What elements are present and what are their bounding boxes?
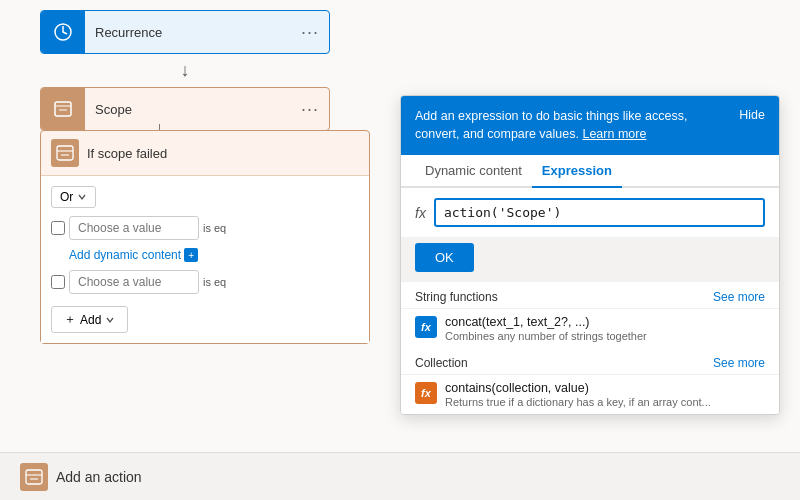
- scope-title: Scope: [85, 102, 291, 117]
- condition-checkbox-1[interactable]: [51, 221, 65, 235]
- arrow-down-1: ↓: [40, 60, 330, 81]
- expression-input-area: fx: [401, 188, 779, 237]
- add-condition-button[interactable]: ＋ Add: [51, 306, 128, 333]
- panel-header: Add an expression to do basic things lik…: [401, 96, 779, 155]
- canvas-area: Recurrence ··· ↓ Scope ··· ↓: [0, 0, 800, 500]
- scope-block[interactable]: Scope ···: [40, 87, 330, 131]
- scope-more[interactable]: ···: [291, 99, 329, 120]
- concat-function-desc: Combines any number of strings together: [445, 330, 647, 342]
- tab-expression[interactable]: Expression: [532, 155, 622, 188]
- panel-tabs: Dynamic content Expression: [401, 155, 779, 188]
- condition-value-input-2[interactable]: [69, 270, 199, 294]
- concat-function-item[interactable]: fx concat(text_1, text_2?, ...) Combines…: [401, 308, 779, 348]
- concat-function-name: concat(text_1, text_2?, ...): [445, 315, 647, 329]
- expression-panel: Add an expression to do basic things lik…: [400, 95, 780, 415]
- condition-block: If scope failed Or is eq Add dynamic con…: [40, 130, 370, 344]
- condition-title: If scope failed: [87, 146, 167, 161]
- tab-dynamic-content[interactable]: Dynamic content: [415, 155, 532, 188]
- condition-checkbox-2[interactable]: [51, 275, 65, 289]
- contains-function-info: contains(collection, value) Returns true…: [445, 381, 711, 408]
- add-action-button[interactable]: Add an action: [20, 463, 142, 491]
- bottom-bar: Add an action: [0, 452, 800, 500]
- condition-row-1: is eq: [51, 216, 359, 240]
- is-equal-badge-2: is eq: [203, 276, 226, 288]
- contains-function-desc: Returns true if a dictionary has a key, …: [445, 396, 711, 408]
- recurrence-title: Recurrence: [85, 25, 291, 40]
- scope-icon: [41, 87, 85, 131]
- expression-input[interactable]: [434, 198, 765, 227]
- plus-badge: +: [184, 248, 198, 262]
- is-equal-badge-1: is eq: [203, 222, 226, 234]
- condition-header: If scope failed: [41, 131, 369, 176]
- condition-row-2: is eq: [51, 270, 359, 294]
- string-functions-see-more[interactable]: See more: [713, 290, 765, 304]
- recurrence-block[interactable]: Recurrence ···: [40, 10, 330, 54]
- condition-icon: [51, 139, 79, 167]
- ok-button-area: OK: [401, 237, 779, 282]
- or-dropdown[interactable]: Or: [51, 186, 96, 208]
- panel-header-text: Add an expression to do basic things lik…: [415, 108, 729, 143]
- fx-label: fx: [415, 205, 426, 221]
- contains-function-item[interactable]: fx contains(collection, value) Returns t…: [401, 374, 779, 414]
- add-action-label: Add an action: [56, 469, 142, 485]
- concat-fx-icon: fx: [415, 316, 437, 338]
- concat-function-info: concat(text_1, text_2?, ...) Combines an…: [445, 315, 647, 342]
- functions-area: String functions See more fx concat(text…: [401, 282, 779, 414]
- add-action-icon: [20, 463, 48, 491]
- condition-value-input-1[interactable]: [69, 216, 199, 240]
- flow-container: Recurrence ··· ↓ Scope ···: [40, 10, 330, 131]
- condition-body: Or is eq Add dynamic content + is eq ＋ A…: [41, 176, 369, 343]
- recurrence-icon: [41, 10, 85, 54]
- add-dynamic-content-link[interactable]: Add dynamic content +: [69, 248, 359, 262]
- collection-header: Collection See more: [401, 348, 779, 374]
- ok-button[interactable]: OK: [415, 243, 474, 272]
- svg-rect-7: [26, 470, 42, 484]
- string-functions-header: String functions See more: [401, 282, 779, 308]
- collection-see-more[interactable]: See more: [713, 356, 765, 370]
- contains-function-name: contains(collection, value): [445, 381, 711, 395]
- svg-rect-1: [55, 102, 71, 116]
- svg-rect-4: [57, 146, 73, 160]
- hide-button[interactable]: Hide: [739, 108, 765, 122]
- contains-fx-icon: fx: [415, 382, 437, 404]
- recurrence-more[interactable]: ···: [291, 22, 329, 43]
- learn-more-link[interactable]: Learn more: [582, 127, 646, 141]
